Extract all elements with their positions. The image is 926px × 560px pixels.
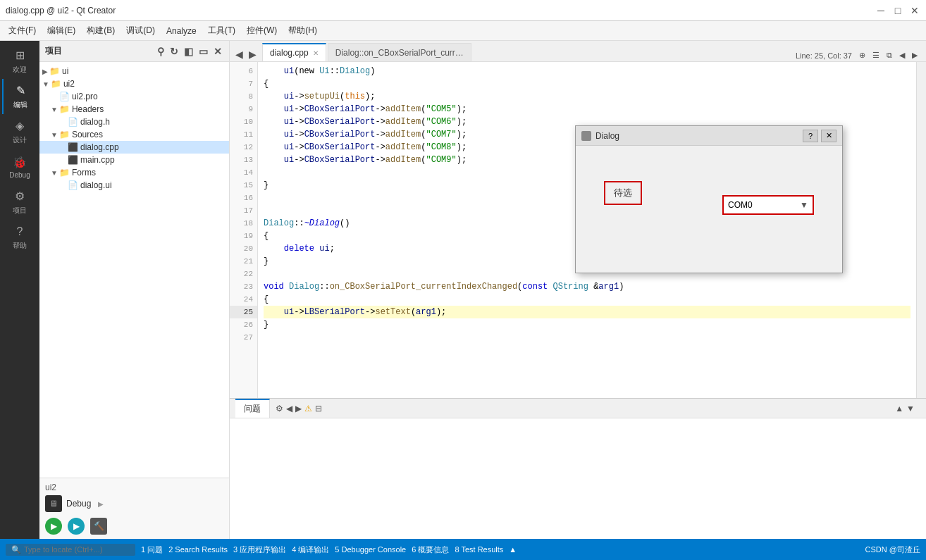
tab-list-icon[interactable]: ☰ bbox=[870, 49, 882, 61]
tab-next-icon[interactable]: ▶ bbox=[246, 47, 259, 61]
run-debug-button[interactable]: ▶ bbox=[68, 518, 85, 535]
project-header-icons: ⚲ ↻ ◧ ▭ ✕ bbox=[156, 44, 223, 58]
play-debug-icon: ▶ bbox=[73, 521, 80, 531]
filter-icon[interactable]: ⊟ bbox=[315, 404, 322, 413]
sync-icon[interactable]: ↻ bbox=[168, 44, 180, 58]
code-line-7: { bbox=[264, 77, 910, 90]
tree-item-forms[interactable]: ▼ 📁 Forms bbox=[39, 166, 229, 179]
panel-down-icon[interactable]: ▼ bbox=[906, 404, 915, 413]
minimize-button[interactable]: ─ bbox=[875, 5, 887, 16]
line-26: 26 bbox=[230, 318, 257, 331]
dialog-help-button[interactable]: ? bbox=[803, 130, 818, 142]
status-up-icon[interactable]: ▲ bbox=[509, 545, 517, 554]
status-issues[interactable]: 1 问题 bbox=[141, 545, 163, 555]
project-title: 项目 bbox=[45, 45, 62, 57]
search-input[interactable] bbox=[24, 545, 130, 554]
sidebar-item-project[interactable]: ⚙ 项目 bbox=[2, 185, 37, 220]
run-button[interactable]: ▶ bbox=[45, 518, 62, 535]
menu-help[interactable]: 帮助(H) bbox=[283, 23, 323, 39]
status-compile[interactable]: 4 编译输出 bbox=[292, 545, 329, 555]
dialog-close-button[interactable]: ✕ bbox=[821, 130, 837, 142]
combo-value: COM0 bbox=[728, 200, 753, 210]
author-text: CSDN @司渣丘 bbox=[865, 545, 920, 554]
build-button[interactable]: 🔨 bbox=[90, 518, 107, 535]
editor-scrollbar[interactable] bbox=[916, 62, 926, 398]
code-line-26: } bbox=[264, 318, 910, 331]
menu-file[interactable]: 文件(F) bbox=[3, 23, 42, 39]
sidebar-item-edit[interactable]: ✎ 编辑 bbox=[2, 79, 37, 114]
label-ui2pro: ui2.pro bbox=[72, 92, 98, 101]
collapse-icon[interactable]: ◧ bbox=[183, 44, 195, 58]
debug-icon-box: 🖥 bbox=[45, 495, 62, 512]
arrow-headers: ▼ bbox=[51, 106, 58, 113]
statusbar: 🔍 1 问题 2 Search Results 3 应用程序输出 4 编译输出 … bbox=[0, 539, 926, 560]
project-icon: ⚙ bbox=[13, 189, 27, 204]
bottom-tab-issues[interactable]: 问题 bbox=[235, 399, 270, 418]
nav-arrows: ◀ ▶ bbox=[233, 47, 259, 61]
sidebar-item-design[interactable]: ◈ 设计 bbox=[2, 114, 37, 149]
bottom-right-controls: ▲ ▼ bbox=[889, 404, 920, 413]
maximize-button[interactable]: □ bbox=[892, 5, 903, 16]
status-tests[interactable]: 8 Test Results bbox=[455, 545, 503, 554]
tree-item-ui2pro[interactable]: 📄 ui2.pro bbox=[39, 90, 229, 103]
tree-item-dialogh[interactable]: 📄 dialog.h bbox=[39, 116, 229, 128]
tree-item-ui2[interactable]: ▼ 📁 ui2 bbox=[39, 77, 229, 90]
tab-nav-icon[interactable]: ▶ bbox=[909, 49, 920, 61]
status-debugger[interactable]: 5 Debugger Console bbox=[335, 545, 406, 554]
dialog-combo[interactable]: COM0 ▼ bbox=[722, 195, 814, 215]
menu-tools[interactable]: 工具(T) bbox=[202, 23, 241, 39]
close-tab-dialogcpp[interactable]: ✕ bbox=[313, 49, 319, 57]
label-headers: Headers bbox=[72, 104, 104, 114]
panel-up-icon[interactable]: ▲ bbox=[895, 404, 903, 413]
arrow-ui2: ▼ bbox=[42, 80, 49, 88]
tab-prev-icon[interactable]: ◀ bbox=[233, 47, 246, 61]
sidebar-item-help[interactable]: ? 帮助 bbox=[2, 220, 37, 255]
design-label: 设计 bbox=[13, 135, 27, 145]
editor-area: ◀ ▶ dialog.cpp ✕ Dialog::on_CBoxSerialPo… bbox=[230, 41, 926, 539]
search-locate-box[interactable]: 🔍 bbox=[6, 544, 135, 556]
split-icon[interactable]: ⧉ bbox=[884, 49, 895, 61]
issues-prev-icon[interactable]: ◀ bbox=[286, 404, 292, 413]
bottom-content bbox=[230, 418, 926, 539]
warning-icon: ⚠ bbox=[304, 404, 312, 413]
dialog-titlebar: Dialog ? ✕ bbox=[576, 126, 842, 146]
menu-edit[interactable]: 编辑(E) bbox=[42, 23, 81, 39]
menu-debug[interactable]: 调试(D) bbox=[121, 23, 161, 39]
edit-icon: ✎ bbox=[13, 84, 27, 98]
folder-icon-headers: 📁 bbox=[59, 104, 70, 114]
tab-label-on-cbox: Dialog::on_CBoxSerialPort_curr… bbox=[335, 48, 464, 58]
tree-item-maincpp[interactable]: ⬛ main.cpp bbox=[39, 154, 229, 166]
expand-icon[interactable]: ▭ bbox=[197, 44, 209, 58]
bottom-controls: ⚙ ◀ ▶ ⚠ ⊟ bbox=[270, 404, 328, 413]
line-19: 19 bbox=[230, 230, 257, 242]
tab-dialogcpp[interactable]: dialog.cpp ✕ bbox=[262, 43, 326, 61]
close-panel-icon[interactable]: ✕ bbox=[212, 44, 223, 58]
sidebar-item-debug[interactable]: 🐞 Debug bbox=[2, 149, 37, 185]
code-line-6: ui(new Ui::Dialog) bbox=[264, 65, 910, 77]
status-overview[interactable]: 6 概要信息 bbox=[412, 545, 449, 555]
menu-controls[interactable]: 控件(W) bbox=[241, 23, 283, 39]
filter-icon[interactable]: ⚲ bbox=[156, 44, 166, 58]
line-9: 9 bbox=[230, 103, 257, 116]
tree-item-sources[interactable]: ▼ 📁 Sources bbox=[39, 128, 229, 141]
code-line-8: ui->setupUi(this); bbox=[264, 90, 910, 103]
tree-item-ui[interactable]: ▶ 📁 ui bbox=[39, 65, 229, 77]
tree-item-headers[interactable]: ▼ 📁 Headers bbox=[39, 103, 229, 116]
menu-analyze[interactable]: Analyze bbox=[161, 24, 202, 38]
line-20: 20 bbox=[230, 242, 257, 255]
tab-more-icon[interactable]: ◀ bbox=[896, 49, 908, 61]
menu-build[interactable]: 构建(B) bbox=[81, 23, 121, 39]
tree-item-dialogui[interactable]: 📄 dialog.ui bbox=[39, 179, 229, 192]
close-button[interactable]: ✕ bbox=[909, 5, 920, 16]
bookmark-icon[interactable]: ⊕ bbox=[856, 49, 868, 61]
tab-on-cbox[interactable]: Dialog::on_CBoxSerialPort_curr… bbox=[328, 43, 471, 61]
tree-item-dialogcpp[interactable]: ⬛ dialog.cpp bbox=[39, 141, 229, 154]
status-app-output[interactable]: 3 应用程序输出 bbox=[233, 545, 286, 555]
debug-icon: 🐞 bbox=[13, 155, 27, 169]
line-7: 7 bbox=[230, 77, 257, 90]
issues-next-icon[interactable]: ▶ bbox=[295, 404, 302, 413]
combo-arrow-icon: ▼ bbox=[800, 200, 808, 210]
sidebar-item-welcome[interactable]: ⊞ 欢迎 bbox=[2, 44, 37, 79]
status-search[interactable]: 2 Search Results bbox=[168, 545, 228, 554]
issues-filter-icon[interactable]: ⚙ bbox=[276, 404, 283, 413]
